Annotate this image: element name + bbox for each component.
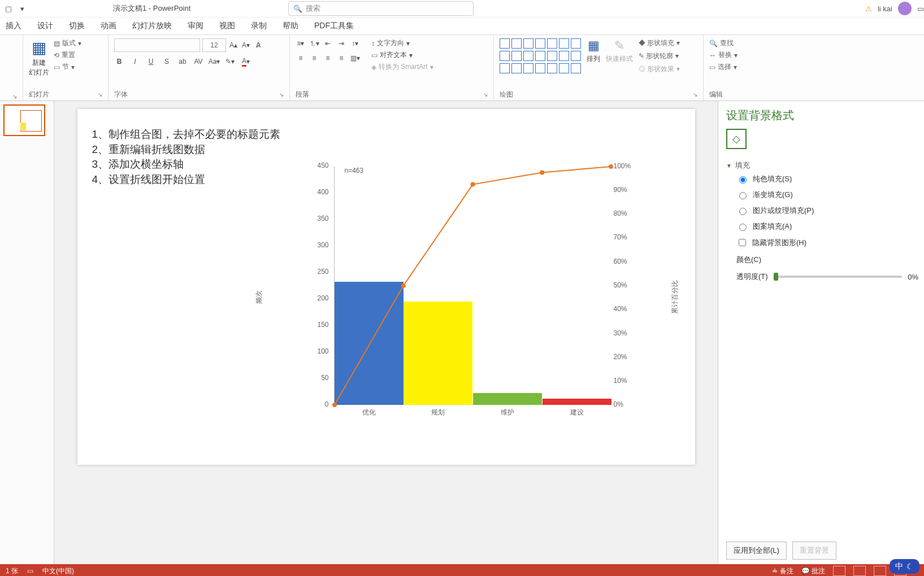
select-button[interactable]: ▭ 选择 ▾: [709, 62, 738, 72]
opt-hide-bg[interactable]: 隐藏背景图形(H): [736, 237, 918, 248]
slide[interactable]: 1、制作组合图，去掉不必要的标题元素 2、重新编辑折线图数据 3、添加次横坐标轴…: [77, 109, 695, 465]
columns-icon[interactable]: ▥▾: [350, 53, 360, 63]
tab-animation[interactable]: 动画: [101, 21, 116, 31]
slide-text-block[interactable]: 1、制作组合图，去掉不必要的标题元素 2、重新编辑折线图数据 3、添加次横坐标轴…: [92, 127, 281, 187]
svg-point-2: [470, 182, 475, 187]
group-slides-label: 幻灯片: [29, 90, 49, 99]
transparency-value[interactable]: 0%: [908, 273, 918, 281]
tab-design[interactable]: 设计: [37, 21, 53, 31]
svg-point-4: [609, 164, 613, 169]
chart[interactable]: 频次 累计百分比 0 50 100 150 200 250 300 350 40…: [300, 162, 645, 422]
reading-view-icon[interactable]: [874, 566, 886, 576]
font-size-combo[interactable]: 12: [202, 38, 226, 52]
section-button[interactable]: ▭ 节 ▾: [54, 62, 81, 72]
tab-view[interactable]: 视图: [219, 21, 235, 31]
thumbnail-1[interactable]: [3, 104, 45, 136]
decrease-font-icon[interactable]: A▾: [241, 40, 251, 50]
warning-icon[interactable]: ⚠: [865, 5, 872, 13]
align-left-icon[interactable]: ≡: [296, 53, 306, 63]
tab-insert[interactable]: 插入: [6, 21, 21, 31]
layout-button[interactable]: ▤ 版式 ▾: [54, 38, 81, 48]
align-text-button[interactable]: ▭ 对齐文本 ▾: [371, 50, 433, 60]
shapes-gallery[interactable]: [500, 38, 581, 73]
y2-tick: 0%: [614, 400, 642, 408]
plot-area: 0 50 100 150 200 250 300 350 400 450 0% …: [334, 167, 611, 405]
qat-dropdown-icon[interactable]: ▾: [17, 3, 27, 14]
ime-indicator[interactable]: 中 ☾: [890, 559, 919, 574]
reset-bg-button[interactable]: 重置背景: [792, 542, 836, 560]
transparency-slider[interactable]: [774, 276, 903, 278]
sorter-view-icon[interactable]: [853, 566, 866, 576]
opt-gradient-fill[interactable]: 渐变填充(G): [736, 190, 918, 200]
shape-effects-button[interactable]: ◎ 形状效果 ▾: [639, 64, 680, 74]
fill-section-header[interactable]: ▼ 填充: [726, 160, 918, 171]
svg-point-0: [332, 403, 337, 407]
reset-button[interactable]: ⟲ 重置: [54, 50, 81, 60]
highlight-icon[interactable]: ✎▾: [225, 56, 235, 67]
opt-solid-fill[interactable]: 纯色填充(S): [736, 174, 918, 184]
accessibility-icon[interactable]: ▭: [27, 567, 33, 575]
strike-icon[interactable]: S: [162, 56, 172, 67]
y1-axis-title: 频次: [254, 290, 263, 304]
tab-help[interactable]: 帮助: [283, 21, 298, 31]
y1-tick: 200: [298, 294, 329, 302]
normal-view-icon[interactable]: [833, 566, 845, 576]
clear-formatting-icon[interactable]: A̷: [253, 40, 263, 50]
opt-pattern-fill[interactable]: 图案填充(A): [736, 221, 918, 232]
font-family-combo[interactable]: [114, 38, 200, 52]
y1-tick: 50: [298, 374, 329, 382]
tab-record[interactable]: 录制: [251, 21, 267, 31]
text-line-4: 4、设置折线图开始位置: [92, 172, 281, 187]
tab-review[interactable]: 审阅: [188, 21, 203, 31]
bullets-icon[interactable]: ≡▾: [296, 38, 306, 49]
shadow-icon[interactable]: ab: [177, 56, 188, 67]
change-case-icon[interactable]: Aa▾: [209, 56, 219, 67]
y1-tick: 300: [298, 241, 329, 249]
underline-icon[interactable]: U: [146, 56, 156, 67]
language-status[interactable]: 中文(中国): [42, 566, 74, 576]
y1-tick: 0: [298, 400, 329, 408]
y2-tick: 40%: [614, 305, 642, 313]
quick-styles-button[interactable]: ✎ 快速样式: [606, 38, 633, 64]
shape-outline-button[interactable]: ✎ 形状轮廓 ▾: [639, 51, 680, 61]
tab-transition[interactable]: 切换: [69, 21, 85, 31]
increase-font-icon[interactable]: A▴: [228, 40, 238, 50]
apply-all-button[interactable]: 应用到全部(L): [726, 542, 787, 560]
shape-fill-button[interactable]: ◆ 形状填充 ▾: [639, 38, 680, 48]
clipboard-launcher-icon[interactable]: ↘: [12, 93, 17, 99]
group-editing-label: 编辑: [709, 90, 723, 99]
numbering-icon[interactable]: ⒈▾: [309, 38, 319, 49]
y1-tick: 250: [298, 268, 329, 276]
tab-pdf-tools[interactable]: PDF工具集: [314, 21, 354, 31]
find-button[interactable]: 🔍 查找: [709, 38, 738, 48]
spacing-icon[interactable]: AV: [193, 56, 203, 67]
new-slide-button[interactable]: ▦ 新建 幻灯片: [29, 38, 49, 77]
line-series: [335, 167, 611, 405]
user-name[interactable]: li kai: [878, 5, 892, 13]
notes-button[interactable]: ≐ 备注: [772, 566, 793, 576]
fill-tab-icon[interactable]: ◇: [726, 129, 747, 149]
comments-button[interactable]: 💬 批注: [801, 566, 825, 576]
align-center-icon[interactable]: ≡: [309, 53, 319, 63]
line-spacing-icon[interactable]: ↕▾: [350, 38, 360, 49]
opt-picture-fill[interactable]: 图片或纹理填充(P): [736, 206, 918, 216]
arrange-button[interactable]: ▦ 排列: [587, 38, 600, 64]
text-direction-button[interactable]: ↕ 文字方向 ▾: [371, 38, 433, 48]
quick-styles-icon: ✎: [614, 38, 624, 53]
tab-slideshow[interactable]: 幻灯片放映: [132, 21, 172, 31]
convert-smartart-button[interactable]: ◈ 转换为 SmartArt ▾: [371, 62, 433, 72]
autosave-icon[interactable]: ▢: [3, 3, 14, 14]
font-color-icon[interactable]: A▾: [241, 56, 251, 67]
italic-icon[interactable]: I: [130, 56, 140, 67]
align-right-icon[interactable]: ≡: [323, 53, 333, 63]
bold-icon[interactable]: B: [114, 56, 124, 67]
increase-indent-icon[interactable]: ⇥: [336, 38, 346, 49]
justify-icon[interactable]: ≡: [336, 53, 346, 63]
avatar[interactable]: [898, 2, 912, 15]
group-drawing-label: 绘图: [500, 90, 513, 99]
replace-button[interactable]: ↔ 替换 ▾: [709, 50, 738, 60]
slide-count[interactable]: 1 张: [6, 566, 18, 576]
ribbon-display-icon[interactable]: ▭: [917, 5, 924, 13]
decrease-indent-icon[interactable]: ⇤: [323, 38, 333, 49]
search-box[interactable]: 🔍 搜索: [288, 1, 474, 16]
